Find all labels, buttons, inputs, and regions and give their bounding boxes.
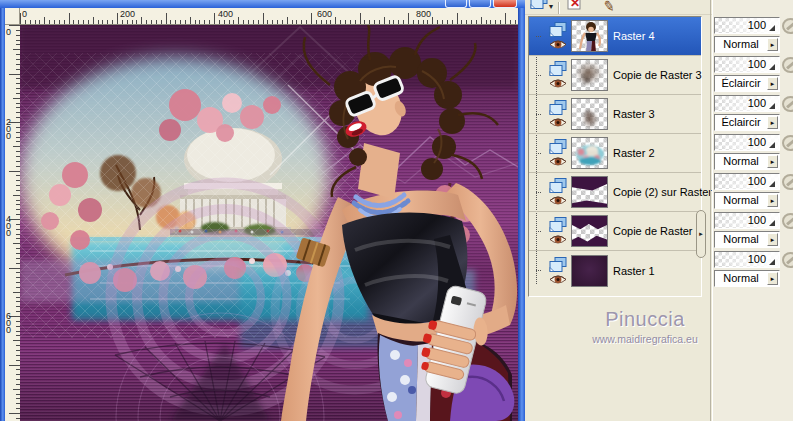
toolbar-separator — [558, 2, 560, 15]
ruler-label: 600 — [6, 313, 14, 334]
raster-pages-icon — [549, 217, 567, 233]
ruler-label: 200 — [6, 119, 14, 140]
blend-mode-select[interactable]: Normal ► — [714, 270, 780, 287]
opacity-slider[interactable]: 100 — [714, 134, 780, 151]
ruler-label: 200 — [120, 9, 135, 19]
layer-controls-raster3: 100 Éclaircir ► — [714, 95, 780, 131]
raster-pages-icon — [549, 22, 567, 38]
blend-dropdown-arrow-icon[interactable]: ► — [767, 38, 778, 51]
delete-x-glyph: ✕ — [570, 0, 580, 10]
link-toggle-icon[interactable] — [782, 57, 793, 73]
image-window-titlebar — [0, 0, 525, 8]
layer-thumbnail[interactable] — [571, 59, 608, 91]
layer-name: Copie de Raster 1 — [613, 225, 702, 237]
blend-dropdown-arrow-icon[interactable]: ► — [767, 233, 778, 246]
watermark-name: Pinuccia — [555, 308, 735, 331]
blend-mode-select[interactable]: Normal ► — [714, 192, 780, 209]
blend-mode-select[interactable]: Normal ► — [714, 153, 780, 170]
minimize-button[interactable] — [445, 0, 467, 8]
close-button[interactable] — [493, 0, 517, 8]
layer-name: Raster 3 — [613, 108, 655, 120]
maximize-button[interactable] — [469, 0, 491, 8]
blend-mode-value: Normal — [723, 233, 758, 245]
palette-splitter-handle[interactable]: ► — [696, 210, 706, 258]
opacity-slider[interactable]: 100 — [714, 212, 780, 229]
window-border-right — [518, 8, 525, 421]
blend-dropdown-arrow-icon[interactable]: ► — [767, 116, 778, 129]
layer-thumbnail[interactable] — [571, 137, 608, 169]
ruler-label: 400 — [218, 9, 233, 19]
layer-controls-copie-de-raster1: 100 Normal ► — [714, 212, 780, 248]
blend-mode-select[interactable]: Normal ► — [714, 36, 780, 53]
blend-mode-select[interactable]: Éclaircir ► — [714, 114, 780, 131]
layer-controls-copie-de-raster3: 100 Éclaircir ► — [714, 56, 780, 92]
layer-controls-raster1: 100 Normal ► — [714, 251, 780, 287]
blend-mode-value: Normal — [723, 272, 758, 284]
layer-row-copie2-sur-raster1[interactable]: Copie (2) sur Raster 1 — [529, 173, 701, 212]
layer-thumbnail[interactable] — [571, 20, 608, 52]
eye-icon[interactable] — [549, 274, 567, 285]
ruler-label: 400 — [6, 216, 14, 237]
opacity-slider[interactable]: 100 — [714, 173, 780, 190]
layer-controls-raster4: 100 Normal ► — [714, 17, 780, 53]
delete-layer-icon[interactable]: ✕ — [567, 0, 581, 14]
blend-mode-value: Éclaircir — [721, 116, 760, 128]
layer-row-copie-de-raster1[interactable]: Copie de Raster 1 — [529, 212, 701, 251]
layer-row-raster2[interactable]: Raster 2 — [529, 134, 701, 173]
blend-mode-value: Normal — [723, 155, 758, 167]
eye-icon[interactable] — [549, 117, 567, 128]
raster-pages-icon — [549, 257, 567, 273]
link-toggle-icon[interactable] — [782, 96, 793, 112]
layer-row-copie-de-raster3[interactable]: Copie de Raster 3 — [529, 56, 701, 95]
blend-mode-select[interactable]: Normal ► — [714, 231, 780, 248]
edit-pen-icon[interactable]: ✎ — [601, 0, 616, 15]
layer-row-raster4[interactable]: Raster 4 — [529, 17, 701, 56]
opacity-slider[interactable]: 100 — [714, 56, 780, 73]
layer-name: Raster 4 — [613, 30, 655, 42]
link-toggle-icon[interactable] — [782, 174, 793, 190]
vertical-ruler: 0 200 400 600 — [5, 25, 20, 421]
layer-name: Copie de Raster 3 — [613, 69, 702, 81]
raster-pages-icon — [549, 178, 567, 194]
ruler-label: 800 — [416, 9, 431, 19]
eye-icon[interactable] — [549, 78, 567, 89]
blend-dropdown-arrow-icon[interactable]: ► — [767, 77, 778, 90]
blend-dropdown-arrow-icon[interactable]: ► — [767, 155, 778, 168]
link-toggle-icon[interactable] — [782, 213, 793, 229]
raster-pages-icon — [549, 100, 567, 116]
screen: 0 200 400 600 800 0 200 400 600 — [0, 0, 793, 421]
layer-thumbnail[interactable] — [571, 176, 608, 208]
new-layer-icon[interactable] — [530, 0, 548, 14]
eye-icon[interactable] — [549, 156, 567, 167]
layer-thumbnail[interactable] — [571, 98, 608, 130]
raster-pages-icon — [549, 139, 567, 155]
eye-icon[interactable] — [549, 195, 567, 206]
layer-thumbnail[interactable] — [571, 215, 608, 247]
eye-icon[interactable] — [549, 234, 567, 245]
horizontal-ruler: 0 200 400 600 800 — [20, 8, 518, 25]
blend-opacity-column: 100 Normal ► 100 Éclaircir ► 100 — [713, 0, 793, 421]
ruler-label: 600 — [317, 9, 332, 19]
opacity-slider[interactable]: 100 — [714, 251, 780, 268]
opacity-slider[interactable]: 100 — [714, 17, 780, 34]
new-layer-dropdown-icon[interactable]: ▾ — [549, 2, 553, 15]
layer-thumbnail[interactable] — [571, 255, 608, 287]
link-toggle-icon[interactable] — [782, 252, 793, 268]
canvas-image[interactable] — [20, 25, 518, 421]
opacity-slider[interactable]: 100 — [714, 95, 780, 112]
blend-mode-value: Éclaircir — [721, 77, 760, 89]
layer-name: Raster 2 — [613, 147, 655, 159]
blend-dropdown-arrow-icon[interactable]: ► — [767, 272, 778, 285]
blend-dropdown-arrow-icon[interactable]: ► — [767, 194, 778, 207]
layer-name: Copie (2) sur Raster 1 — [613, 186, 721, 198]
link-toggle-icon[interactable] — [782, 18, 793, 34]
layer-row-raster3[interactable]: Raster 3 — [529, 95, 701, 134]
layer-controls-copie2-sur-raster1: 100 Normal ► — [714, 173, 780, 209]
blend-mode-select[interactable]: Éclaircir ► — [714, 75, 780, 92]
eye-icon[interactable] — [549, 39, 567, 50]
watermark-site: www.maidiregrafica.eu — [555, 333, 735, 345]
layer-row-raster1[interactable]: Raster 1 — [529, 251, 701, 291]
link-toggle-icon[interactable] — [782, 135, 793, 151]
layers-palette: ▾ ✕ ✎ — [525, 0, 793, 421]
raster-pages-icon — [549, 61, 567, 77]
